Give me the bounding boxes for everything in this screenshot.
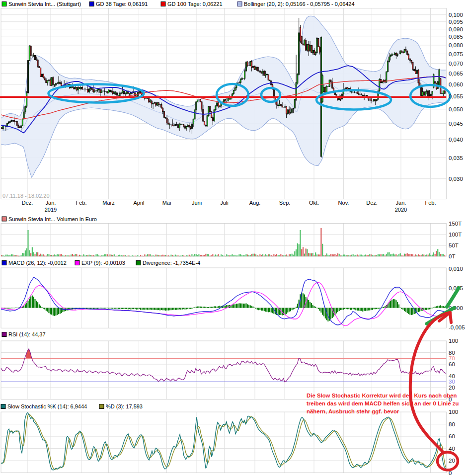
svg-text:0,040: 0,040 (449, 137, 463, 143)
svg-text:Okt.: Okt. (309, 200, 319, 206)
svg-text:%D (3): 17,593: %D (3): 17,593 (106, 403, 143, 409)
svg-text:2019: 2019 (45, 207, 57, 213)
svg-text:40: 40 (449, 373, 455, 379)
svg-text:Die Slow Stochastic Korrektur: Die Slow Stochastic Korrektur wird den K… (307, 393, 457, 398)
svg-text:0,055: 0,055 (449, 93, 463, 99)
svg-text:Bollinger (20, 2): 0,05166 - 0: Bollinger (20, 2): 0,05166 - 0,05795 - 0… (244, 1, 355, 7)
svg-text:0,065: 0,065 (449, 71, 463, 77)
svg-text:Jan.: Jan. (46, 200, 56, 206)
svg-text:-0,005: -0,005 (449, 324, 465, 330)
svg-text:Mai: Mai (162, 200, 171, 206)
svg-text:30: 30 (449, 379, 455, 385)
svg-text:Juli: Juli (220, 200, 229, 206)
svg-text:0T: 0T (449, 253, 455, 259)
svg-text:MACD (26, 12): -0,0012: MACD (26, 12): -0,0012 (8, 260, 67, 266)
svg-text:50T: 50T (449, 242, 459, 248)
svg-text:20: 20 (449, 385, 455, 391)
svg-text:Dez.: Dez. (22, 200, 33, 206)
svg-text:80: 80 (449, 421, 455, 427)
svg-text:0,100: 0,100 (449, 12, 463, 18)
svg-text:nähern, Ausbruch stehr ggf. be: nähern, Ausbruch stehr ggf. bevor (307, 408, 399, 414)
svg-text:Sunwin Stevia Int... Volumen i: Sunwin Stevia Int... Volumen in Euro (8, 216, 97, 222)
svg-text:RSI (14): 44,37: RSI (14): 44,37 (8, 331, 46, 337)
svg-text:treiben das wird dem MACD helf: treiben das wird dem MACD helfen sich an… (307, 400, 459, 406)
svg-text:0,080: 0,080 (449, 42, 463, 48)
svg-text:0,045: 0,045 (449, 121, 463, 127)
svg-text:Sunwin Stevia Int... (Stuttgar: Sunwin Stevia Int... (Stuttgart) (8, 1, 81, 7)
svg-text:0,090: 0,090 (449, 26, 463, 32)
svg-text:Juni: Juni (192, 200, 202, 206)
svg-text:0,060: 0,060 (449, 81, 463, 87)
svg-text:0,075: 0,075 (449, 51, 463, 57)
svg-text:2020: 2020 (395, 207, 407, 213)
svg-text:0,035: 0,035 (449, 155, 463, 161)
svg-text:EXP (9): -0,00103: EXP (9): -0,00103 (81, 260, 125, 266)
svg-text:GD 100 Tage: 0,06221: GD 100 Tage: 0,06221 (167, 1, 223, 7)
svg-text:100T: 100T (449, 232, 462, 238)
svg-text:Dez.: Dez. (366, 200, 378, 206)
svg-text:40: 40 (449, 446, 455, 452)
svg-text:0,050: 0,050 (449, 106, 463, 112)
svg-text:Divergence: -1,7354E-4: Divergence: -1,7354E-4 (143, 260, 200, 266)
svg-text:0,095: 0,095 (449, 19, 463, 25)
svg-text:0,070: 0,070 (449, 61, 463, 67)
svg-text:0,010: 0,010 (449, 266, 463, 272)
svg-text:150T: 150T (449, 221, 462, 227)
svg-text:100: 100 (449, 409, 458, 415)
svg-text:Feb.: Feb. (76, 200, 86, 206)
svg-text:Slow Stochastic %K (14): 6,944: Slow Stochastic %K (14): 6,9444 (7, 403, 87, 409)
svg-text:60: 60 (449, 361, 455, 367)
svg-text:GD 38 Tage: 0,06191: GD 38 Tage: 0,06191 (96, 1, 148, 7)
svg-text:Aug.: Aug. (249, 200, 261, 206)
svg-text:Nov.: Nov. (338, 200, 349, 206)
svg-text:0,085: 0,085 (449, 34, 463, 40)
svg-text:0,030: 0,030 (449, 176, 463, 182)
svg-text:20: 20 (449, 458, 455, 464)
svg-text:80: 80 (449, 350, 455, 356)
svg-text:60: 60 (449, 433, 455, 439)
svg-text:07.11.18 - 18.02.20: 07.11.18 - 18.02.20 (2, 193, 50, 199)
svg-text:Jan.: Jan. (396, 200, 406, 206)
svg-text:Feb.: Feb. (425, 200, 436, 206)
svg-text:100: 100 (449, 338, 458, 344)
svg-text:März: März (102, 200, 114, 206)
svg-text:April: April (133, 200, 144, 206)
svg-text:70: 70 (449, 355, 455, 361)
svg-text:Sep.: Sep. (279, 200, 291, 206)
